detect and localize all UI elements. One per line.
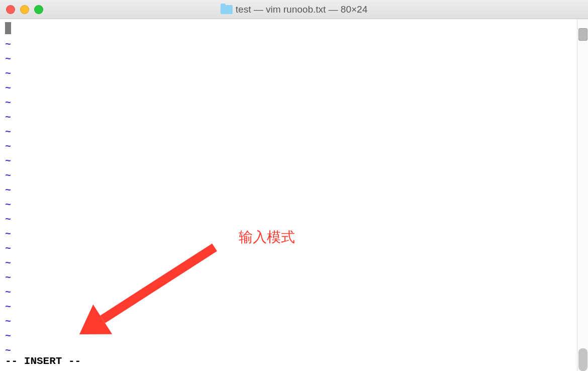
cursor-line <box>5 22 583 37</box>
window-title: test — vim runoob.txt — 80×24 <box>236 4 367 15</box>
tilde-line: ~ <box>5 110 583 125</box>
tilde-line: ~ <box>5 168 583 183</box>
tilde-line: ~ <box>5 183 583 198</box>
tilde-line: ~ <box>5 285 583 300</box>
tilde-line: ~ <box>5 139 583 154</box>
tilde-line: ~ <box>5 329 583 343</box>
cursor-block <box>5 22 11 34</box>
tilde-line: ~ <box>5 300 583 314</box>
tilde-line: ~ <box>5 81 583 96</box>
tilde-line: ~ <box>5 125 583 139</box>
tilde-line: ~ <box>5 52 583 66</box>
window-titlebar: test — vim runoob.txt — 80×24 <box>0 0 588 19</box>
window-close-button[interactable] <box>6 5 15 14</box>
tilde-line: ~ <box>5 314 583 329</box>
tilde-line: ~ <box>5 198 583 212</box>
tilde-line: ~ <box>5 66 583 81</box>
annotation-label: 输入模式 <box>239 228 295 247</box>
title-container: test — vim runoob.txt — 80×24 <box>221 4 367 15</box>
folder-icon <box>221 5 233 14</box>
tilde-line: ~ <box>5 256 583 270</box>
window-zoom-button[interactable] <box>34 5 43 14</box>
vim-status-line: -- INSERT -- <box>5 354 81 369</box>
window-minimize-button[interactable] <box>20 5 29 14</box>
tilde-line: ~ <box>5 343 583 358</box>
tilde-line: ~ <box>5 96 583 110</box>
terminal-content[interactable]: ~~~~~~~~~~~~~~~~~~~~~~ -- INSERT -- <box>0 19 588 371</box>
tilde-line: ~ <box>5 212 583 227</box>
tilde-line: ~ <box>5 154 583 168</box>
tilde-line: ~ <box>5 37 583 52</box>
traffic-lights <box>6 5 43 14</box>
tilde-line: ~ <box>5 270 583 285</box>
scrollbar-indicator-icon <box>578 28 587 41</box>
scrollbar-thumb[interactable] <box>578 348 587 371</box>
vertical-scrollbar[interactable] <box>577 19 588 371</box>
